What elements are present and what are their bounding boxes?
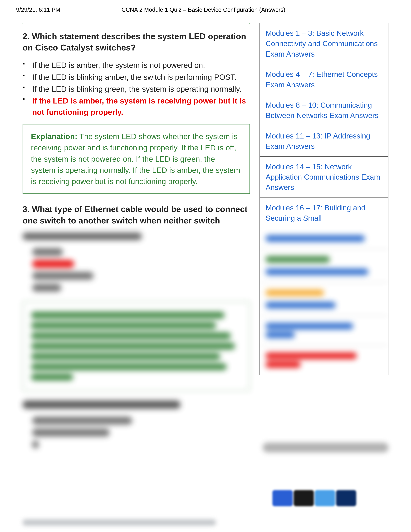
q2-opt-2: If the LED is blinking green, the system… [32, 84, 250, 95]
sidebar-link-2[interactable]: Modules 8 – 10: Communicating Between Ne… [260, 95, 388, 126]
content-wrap: 2. Which statement describes the system … [0, 23, 411, 453]
sidebar-blurred [260, 228, 388, 375]
q2-opt-0-text: If the LED is amber, the system is not p… [32, 61, 205, 69]
q2-explanation-box: Explanation: The system LED shows whethe… [23, 124, 250, 194]
footer-url-blurred [23, 519, 216, 526]
q2-opt-2-text: If the LED is blinking green, the system… [32, 85, 242, 93]
q2-opt-0: If the LED is amber, the system is not p… [32, 60, 250, 71]
sidebar-link-4[interactable]: Modules 14 – 15: Network Application Com… [260, 157, 388, 198]
sidebar-link-2-text: Modules 8 – 10: Communicating Between Ne… [266, 101, 379, 120]
q2-opt-3-correct: If the LED is amber, the system is recei… [32, 95, 250, 118]
header-timestamp: 9/29/21, 6:11 PM [16, 6, 60, 13]
sidebar-link-5-text: Modules 16 – 17: Building and Securing a… [266, 204, 365, 222]
sidebar-link-0[interactable]: Modules 1 – 3: Basic Network Connectivit… [260, 23, 388, 64]
sidebar-box: Modules 1 – 3: Basic Network Connectivit… [260, 23, 388, 375]
page-header: 9/29/21, 6:11 PM CCNA 2 Module 1 Quiz – … [0, 0, 411, 23]
q3-title: 3. What type of Ethernet cable would be … [23, 203, 250, 226]
q2-opt-1: If the LED is blinking amber, the switch… [32, 72, 250, 83]
q2-opt-1-text: If the LED is blinking amber, the switch… [32, 73, 236, 81]
sidebar-link-5[interactable]: Modules 16 – 17: Building and Securing a… [260, 198, 388, 228]
sidebar-column: Modules 1 – 3: Basic Network Connectivit… [260, 23, 388, 453]
sidebar-link-1[interactable]: Modules 4 – 7: Ethernet Concepts Exam An… [260, 64, 388, 95]
explanation-label: Explanation: [31, 132, 77, 141]
header-title: CCNA 2 Module 1 Quiz – Basic Device Conf… [60, 6, 346, 13]
q3-blurred-content [23, 233, 250, 448]
share-row-blurred [263, 443, 388, 452]
sidebar-link-3-text: Modules 11 – 13: IP Addressing Exam Answ… [266, 132, 370, 150]
payment-icons [272, 490, 356, 506]
sidebar-link-3[interactable]: Modules 11 – 13: IP Addressing Exam Answ… [260, 126, 388, 157]
q2-title: 2. Which statement describes the system … [23, 31, 250, 53]
q2-opt-3-text: If the LED is amber, the system is recei… [32, 96, 246, 116]
prev-box-edge [23, 23, 250, 24]
sidebar-link-0-text: Modules 1 – 3: Basic Network Connectivit… [266, 29, 378, 58]
main-column: 2. Which statement describes the system … [23, 23, 250, 453]
footer-row [0, 519, 411, 526]
sidebar-link-4-text: Modules 14 – 15: Network Application Com… [266, 162, 380, 192]
sidebar-link-1-text: Modules 4 – 7: Ethernet Concepts Exam An… [266, 70, 378, 89]
q2-options: If the LED is amber, the system is not p… [23, 60, 250, 118]
